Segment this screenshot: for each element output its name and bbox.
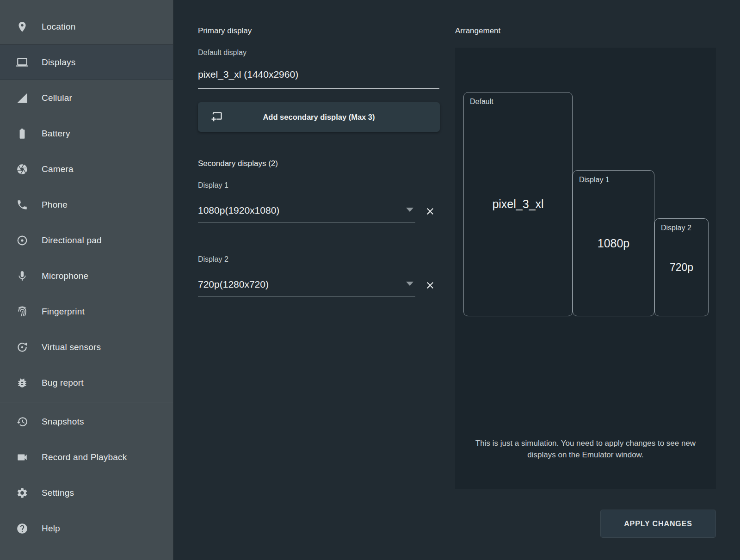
sidebar-item-microphone[interactable]: Microphone — [0, 258, 173, 294]
help-icon — [16, 523, 28, 535]
sidebar-item-label: Directional pad — [42, 235, 102, 246]
sidebar-item-label: Phone — [42, 200, 68, 210]
bug-icon — [16, 377, 28, 389]
arrangement-box-value: pixel_3_xl — [464, 92, 572, 316]
display-2-label: Display 2 — [198, 255, 228, 264]
display-1-label: Display 1 — [198, 181, 228, 190]
sidebar-item-help[interactable]: Help — [0, 511, 173, 546]
add-secondary-display-label: Add secondary display (Max 3) — [263, 113, 375, 122]
dpad-icon — [16, 234, 28, 246]
sidebar-item-phone[interactable]: Phone — [0, 187, 173, 222]
sidebar-item-label: Help — [42, 523, 60, 534]
extended-controls-window: Location Displays Cellular Battery Camer — [0, 0, 740, 560]
default-display-value: pixel_3_xl (1440x2960) — [198, 69, 298, 80]
apply-changes-label: APPLY CHANGES — [624, 520, 692, 528]
videocam-icon — [16, 451, 28, 463]
add-display-icon — [210, 111, 223, 123]
sidebar-item-label: Camera — [42, 164, 74, 174]
chevron-down-icon — [406, 208, 413, 212]
sidebar-item-cellular[interactable]: Cellular — [0, 80, 173, 116]
sidebar-item-label: Settings — [42, 488, 74, 498]
display-2-value: 720p(1280x720) — [198, 279, 269, 290]
sidebar-item-virtual-sensors[interactable]: Virtual sensors — [0, 329, 173, 365]
arrangement-box-default[interactable]: Default pixel_3_xl — [463, 92, 573, 316]
sidebar-item-fingerprint[interactable]: Fingerprint — [0, 294, 173, 329]
battery-icon — [16, 128, 28, 140]
gear-icon — [16, 487, 28, 499]
sidebar-item-label: Record and Playback — [42, 452, 127, 462]
sidebar-item-label: Virtual sensors — [42, 342, 101, 352]
location-pin-icon — [16, 21, 28, 33]
fingerprint-icon — [16, 306, 28, 318]
microphone-icon — [16, 270, 28, 282]
cellular-signal-icon — [16, 92, 28, 104]
display-icon — [16, 56, 28, 68]
sidebar-item-label: Location — [42, 22, 75, 32]
display-1-dropdown[interactable]: 1080p(1920x1080) — [198, 198, 415, 223]
display-2-dropdown[interactable]: 720p(1280x720) — [198, 272, 415, 297]
sidebar-item-label: Snapshots — [42, 417, 84, 427]
camera-aperture-icon — [16, 163, 28, 175]
sidebar-item-settings[interactable]: Settings — [0, 475, 173, 511]
sidebar-item-label: Cellular — [42, 93, 72, 103]
display-1-remove-button[interactable] — [425, 206, 436, 217]
sidebar-item-label: Fingerprint — [42, 307, 85, 317]
sidebar-item-directional-pad[interactable]: Directional pad — [0, 222, 173, 258]
sidebar-item-camera[interactable]: Camera — [0, 151, 173, 187]
default-display-label: Default display — [198, 49, 247, 57]
sidebar-item-label: Battery — [42, 129, 70, 139]
sidebar-item-bug-report[interactable]: Bug report — [0, 365, 173, 400]
arrangement-box-display-1[interactable]: Display 1 1080p — [573, 170, 654, 316]
rotate-sensor-icon — [16, 341, 28, 353]
arrangement-box-label: Display 1 — [579, 176, 610, 184]
arrangement-canvas: Default pixel_3_xl Display 1 1080p Displ… — [455, 48, 716, 489]
apply-changes-button[interactable]: APPLY CHANGES — [600, 510, 716, 538]
sidebar-divider — [0, 402, 173, 402]
primary-display-heading: Primary display — [198, 26, 252, 36]
display-2-remove-button[interactable] — [425, 280, 436, 291]
add-secondary-display-button[interactable]: Add secondary display (Max 3) — [198, 102, 440, 132]
arrangement-box-display-2[interactable]: Display 2 720p — [654, 218, 709, 316]
history-icon — [16, 416, 28, 428]
chevron-down-icon — [406, 282, 413, 286]
sidebar: Location Displays Cellular Battery Camer — [0, 0, 173, 560]
simulation-note: This is just a simulation. You need to a… — [468, 437, 703, 461]
default-display-field: pixel_3_xl (1440x2960) — [198, 60, 439, 89]
sidebar-item-displays[interactable]: Displays — [0, 44, 173, 80]
display-1-value: 1080p(1920x1080) — [198, 205, 279, 216]
sidebar-item-battery[interactable]: Battery — [0, 116, 173, 151]
arrangement-box-label: Default — [470, 98, 493, 106]
arrangement-heading: Arrangement — [455, 26, 500, 36]
sidebar-item-label: Microphone — [42, 271, 88, 281]
arrangement-box-value: 1080p — [573, 171, 654, 316]
phone-icon — [16, 199, 28, 211]
sidebar-item-label: Displays — [42, 57, 75, 68]
secondary-displays-heading: Secondary displays (2) — [198, 159, 278, 168]
sidebar-item-snapshots[interactable]: Snapshots — [0, 404, 173, 439]
arrangement-box-value: 720p — [655, 219, 708, 316]
sidebar-item-location[interactable]: Location — [0, 9, 173, 44]
sidebar-item-record-and-playback[interactable]: Record and Playback — [0, 439, 173, 475]
sidebar-item-label: Bug report — [42, 378, 84, 388]
arrangement-box-label: Display 2 — [661, 224, 691, 232]
